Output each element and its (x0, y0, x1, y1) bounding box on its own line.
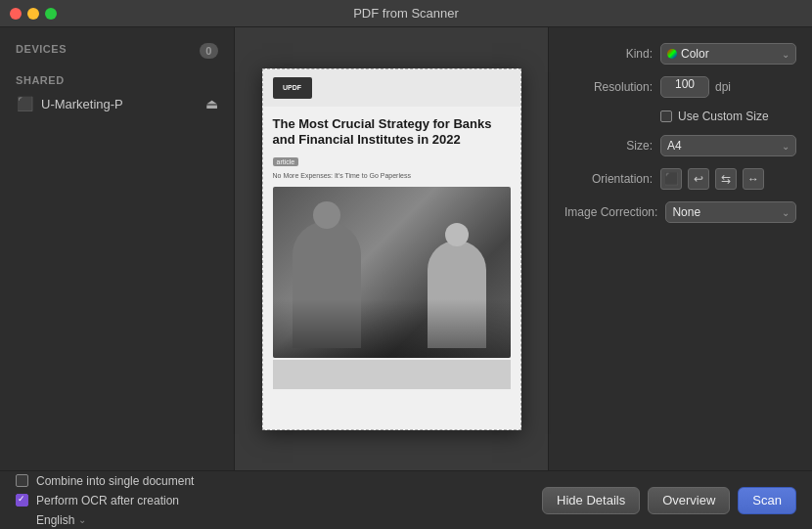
overview-button[interactable]: Overview (648, 487, 730, 514)
image-correction-control: None ⌄ (665, 201, 796, 223)
size-label: Size: (564, 139, 653, 153)
custom-size-row: Use Custom Size (564, 110, 796, 123)
combine-label: Combine into single document (36, 474, 194, 488)
image-overlay (273, 299, 511, 358)
window-title: PDF from Scanner (353, 6, 459, 21)
resolution-row: Resolution: 100 dpi (564, 76, 796, 98)
close-button[interactable] (10, 8, 22, 20)
document-image (273, 187, 511, 358)
logo-text: UPDF (283, 84, 301, 92)
scanner-icon: ⬛ (16, 97, 33, 110)
titlebar: PDF from Scanner (0, 0, 812, 27)
kind-label: Kind: (564, 47, 653, 61)
resolution-control: 100 dpi (660, 76, 796, 98)
orientation-icons: ⬛ ↩ ⇆ ↔ (660, 168, 764, 190)
document-description: No More Expenses: It's Time to Go Paperl… (273, 172, 511, 179)
image-correction-row: Image Correction: None ⌄ (564, 201, 796, 223)
document-body: The Most Crucial Strategy for Banks and … (263, 107, 520, 429)
document-bottom-strip (273, 360, 511, 389)
size-control: A4 ⌄ (660, 135, 796, 156)
main-layout: DEVICES 0 SHARED ⬛ U-Marketing-P ⏏ UPDF … (0, 27, 812, 470)
custom-size-checkbox[interactable] (660, 110, 672, 122)
ocr-checkbox[interactable] (16, 494, 28, 507)
portrait-icon[interactable]: ⬛ (660, 168, 682, 190)
document-header: UPDF (263, 69, 520, 107)
image-correction-select[interactable]: None ⌄ (665, 201, 796, 223)
minimize-button[interactable] (27, 8, 39, 20)
window-controls (10, 8, 57, 20)
eject-icon[interactable]: ⏏ (205, 96, 218, 111)
image-correction-label: Image Correction: (564, 205, 657, 219)
document-title: The Most Crucial Strategy for Banks and … (273, 116, 511, 150)
bottom-left: Combine into single document Perform OCR… (16, 474, 532, 527)
maximize-button[interactable] (45, 8, 57, 20)
kind-select-arrow: ⌄ (782, 49, 789, 60)
combine-row: Combine into single document (16, 474, 532, 488)
resolution-unit: dpi (715, 80, 731, 94)
language-dropdown[interactable]: English ⌄ (16, 513, 532, 527)
size-value: A4 (667, 139, 682, 153)
article-badge: article (273, 157, 299, 166)
image-correction-select-arrow: ⌄ (782, 207, 789, 218)
landscape-left-icon[interactable]: ↩ (688, 168, 709, 190)
flip-icon[interactable]: ↔ (743, 168, 764, 190)
kind-row: Kind: Color ⌄ (564, 43, 796, 65)
kind-control: Color ⌄ (660, 43, 796, 65)
person-right-head (445, 223, 469, 246)
scan-button[interactable]: Scan (738, 487, 796, 514)
kind-select[interactable]: Color ⌄ (660, 43, 796, 65)
ocr-row: Perform OCR after creation (16, 494, 532, 507)
sidebar-item-device[interactable]: ⬛ U-Marketing-P ⏏ (0, 90, 234, 117)
kind-value: Color (681, 47, 709, 61)
landscape-right-icon[interactable]: ⇆ (715, 168, 737, 190)
custom-size-label: Use Custom Size (678, 110, 769, 123)
resolution-input[interactable]: 100 (660, 76, 709, 98)
language-arrow-icon: ⌄ (78, 514, 86, 525)
person-left-head (313, 201, 340, 229)
language-text: English (36, 513, 74, 527)
device-name: U-Marketing-P (41, 97, 123, 111)
devices-section-label: DEVICES 0 (0, 39, 234, 65)
shared-section-label: SHARED (0, 65, 234, 90)
document-preview: UPDF The Most Crucial Strategy for Banks… (262, 68, 521, 430)
combine-checkbox[interactable] (16, 474, 28, 487)
orientation-control: ⬛ ↩ ⇆ ↔ (660, 168, 796, 190)
color-dot-icon (667, 49, 677, 59)
orientation-label: Orientation: (564, 172, 653, 186)
document-content: UPDF The Most Crucial Strategy for Banks… (263, 69, 520, 429)
hide-details-button[interactable]: Hide Details (542, 487, 640, 514)
orientation-row: Orientation: ⬛ ↩ ⇆ ↔ (564, 168, 796, 190)
size-select-arrow: ⌄ (782, 141, 789, 152)
size-row: Size: A4 ⌄ (564, 135, 796, 156)
size-select[interactable]: A4 ⌄ (660, 135, 796, 156)
resolution-label: Resolution: (564, 80, 653, 94)
devices-count-badge: 0 (200, 43, 218, 59)
bottom-buttons: Hide Details Overview Scan (542, 487, 796, 514)
updf-logo: UPDF (273, 77, 312, 99)
ocr-label: Perform OCR after creation (36, 494, 179, 507)
bottom-bar: Combine into single document Perform OCR… (0, 470, 812, 529)
right-panel: Kind: Color ⌄ Resolution: 100 dpi (548, 27, 812, 470)
center-area: UPDF The Most Crucial Strategy for Banks… (235, 27, 548, 470)
image-correction-value: None (672, 205, 700, 219)
sidebar: DEVICES 0 SHARED ⬛ U-Marketing-P ⏏ (0, 27, 235, 470)
